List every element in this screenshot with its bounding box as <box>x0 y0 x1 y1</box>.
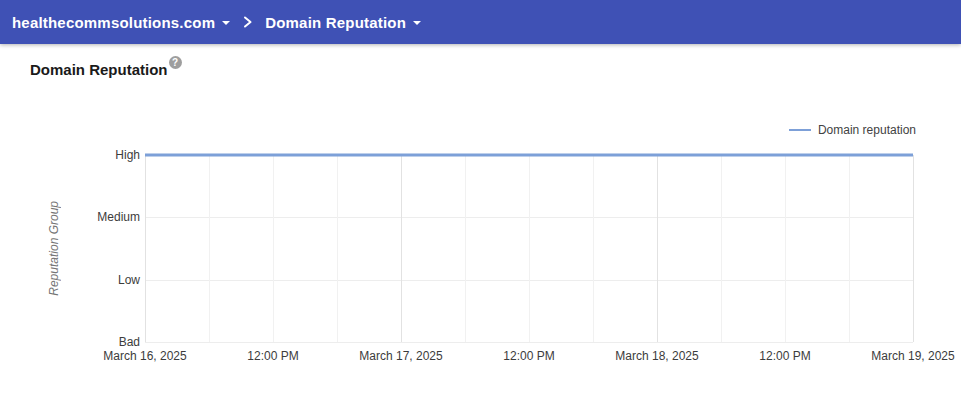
page-title: Domain Reputation <box>30 61 168 79</box>
vertical-gridline <box>913 155 914 342</box>
chart-legend: Domain reputation <box>789 123 916 137</box>
x-tick-label: March 18, 2025 <box>615 349 698 363</box>
x-tick-label: March 19, 2025 <box>871 349 954 363</box>
app-header: healthecommsolutions.com Domain Reputati… <box>0 0 961 44</box>
report-label: Domain Reputation <box>265 14 406 31</box>
caret-down-icon <box>222 21 230 25</box>
report-selector[interactable]: Domain Reputation <box>265 14 421 31</box>
legend-label: Domain reputation <box>818 123 916 137</box>
series-line-svg <box>145 155 913 342</box>
x-tick-label: 12:00 PM <box>759 349 810 363</box>
x-tick-label: 12:00 PM <box>503 349 554 363</box>
x-axis-tick-labels: March 16, 202512:00 PMMarch 17, 202512:0… <box>145 349 913 363</box>
y-tick-label: Bad <box>119 335 140 349</box>
domain-reputation-chart-plot[interactable] <box>145 155 913 342</box>
y-tick-label: Low <box>118 273 140 287</box>
x-tick-label: 12:00 PM <box>247 349 298 363</box>
y-tick-label: Medium <box>97 210 140 224</box>
help-icon[interactable]: ? <box>169 56 182 69</box>
y-tick-label: High <box>115 148 140 162</box>
domain-selector[interactable]: healthecommsolutions.com <box>12 14 230 31</box>
x-tick-label: March 16, 2025 <box>103 349 186 363</box>
horizontal-gridline <box>145 342 913 343</box>
postmaster-page: healthecommsolutions.com Domain Reputati… <box>0 0 961 403</box>
domain-label: healthecommsolutions.com <box>12 14 215 31</box>
chevron-right-icon <box>243 16 252 28</box>
legend-line-swatch <box>789 129 811 131</box>
x-tick-label: March 17, 2025 <box>359 349 442 363</box>
y-axis-tick-labels: HighMediumLowBad <box>0 155 140 342</box>
title-row: Domain Reputation ? <box>30 61 182 79</box>
caret-down-icon <box>413 21 421 25</box>
